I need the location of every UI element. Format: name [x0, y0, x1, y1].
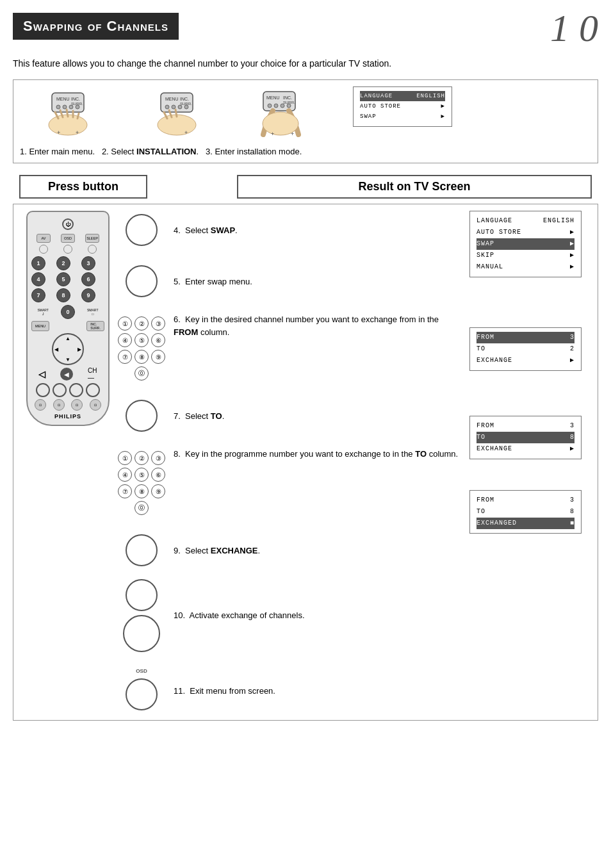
- svg-point-5: [63, 105, 67, 109]
- svg-line-13: [77, 113, 79, 119]
- num-2[interactable]: 2: [56, 256, 70, 270]
- step-4-row: 4. Select SWAP.: [116, 211, 463, 249]
- power-button[interactable]: ⏻: [62, 218, 74, 230]
- circle-btn-1[interactable]: [39, 245, 48, 254]
- sq-btn-3[interactable]: ⊡: [71, 399, 83, 411]
- np8-9[interactable]: ⑨: [151, 484, 165, 498]
- sleep-button[interactable]: SLEEP: [85, 234, 99, 243]
- osd-label-text: OSD: [136, 668, 147, 674]
- num-grid-top: 1 2 3 4 5 6 7 8 9: [31, 256, 104, 302]
- step-10-row: 10. Activate exchange of channels.: [116, 576, 463, 655]
- menu-button[interactable]: MENU: [31, 321, 49, 331]
- svg-text:MENU: MENU: [165, 97, 179, 101]
- ooo-row: [31, 383, 104, 397]
- np-5[interactable]: ⑤: [134, 333, 149, 347]
- step-10-circle-b[interactable]: [123, 615, 160, 652]
- ch-label: CH—: [88, 367, 97, 381]
- np-2[interactable]: ②: [134, 316, 149, 331]
- hand-image-2: MENU INC. SURR. +: [129, 86, 225, 140]
- step-4-desc: 4. Select SWAP.: [167, 225, 463, 235]
- results-column: LANGUAGEENGLISH AUTO STORE▶ SWAP▶ SKIP▶ …: [469, 211, 591, 714]
- np-3[interactable]: ③: [151, 316, 165, 331]
- intro-text: This feature allows you to change the ch…: [13, 57, 598, 70]
- svg-point-7: [76, 105, 79, 109]
- tv-screen-10: FROM3 TO8 EXCHANGED■: [469, 490, 582, 534]
- num-5[interactable]: 5: [56, 272, 70, 286]
- np8-5[interactable]: ⑤: [134, 468, 149, 482]
- step-intro: 1. Enter main menu. 2. Select INSTALLATI…: [20, 147, 591, 156]
- step-10-circle-a[interactable]: [126, 579, 158, 611]
- tv-screen-8: FROM3 TO8 EXCHANGE▶: [469, 416, 582, 459]
- sq-btn-4[interactable]: ⊡: [90, 399, 101, 411]
- num-9[interactable]: 9: [81, 288, 95, 302]
- np8-1[interactable]: ①: [118, 451, 132, 465]
- svg-text:INC.: INC.: [71, 97, 80, 101]
- step-7-row: 7. Select TO.: [116, 397, 463, 435]
- svg-point-35: [281, 104, 284, 108]
- np8-8[interactable]: ⑧: [134, 484, 149, 498]
- top-section: MENU INC. SURR. + +: [13, 79, 598, 163]
- step-8-row: ① ② ③ ④ ⑤ ⑥ ⑦ ⑧ ⑨ ⓪ 8. Key in the progra…: [116, 448, 463, 518]
- step-9-circle[interactable]: [126, 534, 158, 566]
- top-tv-screen: LANGUAGEENGLISH AUTO STORE▶ SWAP▶: [353, 86, 452, 127]
- step-5-circle[interactable]: [126, 265, 158, 297]
- step-11-row: OSD 11. Exit menu from screen.: [116, 668, 463, 714]
- svg-point-4: [56, 105, 60, 109]
- circle-btn-3[interactable]: [88, 245, 97, 254]
- inc-surr-button[interactable]: INC.SURR.: [86, 321, 104, 331]
- column-headers: Press button Result on TV Screen: [13, 175, 598, 199]
- svg-point-24: [158, 115, 196, 135]
- osd-button[interactable]: OSD: [61, 234, 75, 243]
- np-1[interactable]: ①: [118, 316, 132, 331]
- svg-point-8: [49, 115, 87, 135]
- step-7-circle[interactable]: [126, 400, 158, 432]
- sq-btn-2[interactable]: ⊡: [53, 399, 65, 411]
- np-6[interactable]: ⑥: [151, 333, 165, 347]
- np-7[interactable]: ⑦: [118, 350, 132, 364]
- step-11-circle[interactable]: [126, 678, 158, 710]
- brand-label: PHILIPS: [31, 413, 104, 420]
- result-10: FROM3 TO8 EXCHANGED■: [469, 490, 591, 534]
- num-4[interactable]: 4: [31, 272, 45, 286]
- step-6-desc: 6. Key in the desired channel number you…: [167, 313, 463, 338]
- num-3[interactable]: 3: [81, 256, 95, 270]
- num-7[interactable]: 7: [31, 288, 45, 302]
- ooo-2[interactable]: [53, 383, 67, 397]
- np-8[interactable]: ⑧: [134, 350, 149, 364]
- num-1[interactable]: 1: [31, 256, 45, 270]
- circle-btn-2[interactable]: [63, 245, 72, 254]
- np8-6[interactable]: ⑥: [151, 468, 165, 482]
- np8-2[interactable]: ②: [134, 451, 149, 465]
- vol-minus[interactable]: ◁: [38, 369, 45, 379]
- np8-4[interactable]: ④: [118, 468, 132, 482]
- svg-point-21: [172, 105, 175, 109]
- hand-image-3: MENU INC. SURR. + +: [238, 86, 334, 140]
- ok-button[interactable]: ◀: [60, 368, 73, 381]
- np8-7[interactable]: ⑦: [118, 484, 132, 498]
- smart-left: SMARTJ: [38, 308, 49, 316]
- np-0[interactable]: ⓪: [134, 366, 149, 381]
- nav-circle[interactable]: ▲ ▼ ◀ ▶: [52, 333, 84, 365]
- np8-3[interactable]: ③: [151, 451, 165, 465]
- num-0[interactable]: 0: [61, 305, 75, 319]
- ooo-3[interactable]: [69, 383, 83, 397]
- svg-text:MENU: MENU: [266, 95, 280, 100]
- np8-0[interactable]: ⓪: [134, 501, 149, 515]
- result-8: FROM3 TO8 EXCHANGE▶: [469, 416, 591, 459]
- tv-screen-6: FROM3 TO2 EXCHANGE▶: [469, 327, 582, 371]
- np-9[interactable]: ⑨: [151, 350, 165, 364]
- num-8[interactable]: 8: [56, 288, 70, 302]
- ooo-4[interactable]: [86, 383, 100, 397]
- svg-point-6: [69, 105, 73, 109]
- result-6: FROM3 TO2 EXCHANGE▶: [469, 327, 591, 371]
- av-button[interactable]: AV: [37, 234, 51, 243]
- step-4-circle[interactable]: [126, 214, 158, 246]
- page: Swapping of Channels 1 0 This feature al…: [0, 0, 611, 868]
- ooo-1[interactable]: [36, 383, 50, 397]
- steps-column: 4. Select SWAP. 5. Enter swap menu. ① ②: [116, 211, 463, 714]
- np-4[interactable]: ④: [118, 333, 132, 347]
- step-7-desc: 7. Select TO.: [167, 411, 463, 421]
- step-5-desc: 5. Enter swap menu.: [167, 277, 463, 286]
- sq-btn-1[interactable]: ⊡: [35, 399, 46, 411]
- num-6[interactable]: 6: [81, 272, 95, 286]
